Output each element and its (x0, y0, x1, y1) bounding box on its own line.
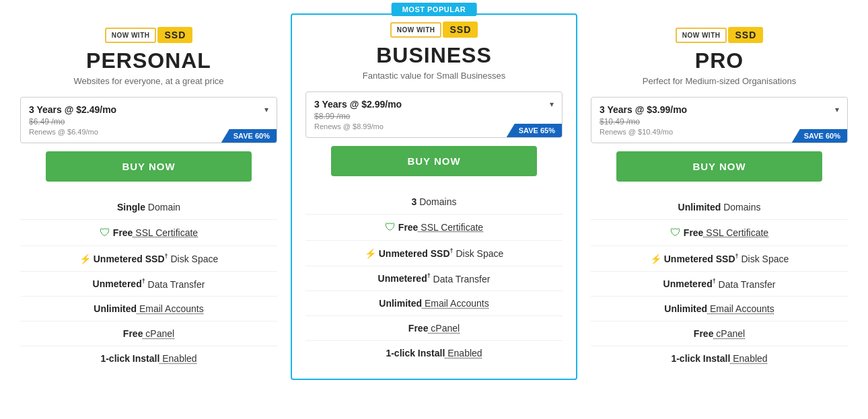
feature-item: 1-click Install Enabled (591, 346, 848, 371)
feature-bold: Unlimited (94, 303, 137, 314)
feature-item: Free cPanel (20, 321, 277, 346)
price-label: 3 Years @ $2.49/mo (29, 104, 116, 115)
feature-item: 3 Domains (305, 190, 563, 215)
save-badge: SAVE 60% (792, 129, 847, 143)
feature-normal: Email Accounts (422, 298, 489, 309)
feature-item: Unlimited Email Accounts (591, 297, 848, 321)
feature-item: ⚡Unmetered SSD† Disk Space (20, 246, 277, 272)
feature-normal: SSL Certificate (133, 227, 198, 238)
feature-bold: Free (694, 328, 714, 339)
feature-normal: Disk Space (454, 248, 504, 259)
plan-card-pro: NOW WITH SSD PRO Perfect for Medium-size… (577, 13, 861, 384)
dropdown-arrow-icon: ▾ (550, 100, 554, 109)
feature-normal: SSL Certificate (418, 222, 483, 233)
feature-normal: Domains (417, 196, 456, 207)
feature-item: Unmetered† Data Transfer (20, 272, 277, 297)
feature-normal: SSL Certificate (703, 227, 768, 238)
feature-bold: Free (113, 227, 133, 238)
ssd-box: SSD (443, 22, 478, 38)
feature-normal: Enabled (159, 353, 196, 364)
plan-tagline: Fantastic value for Small Businesses (305, 71, 563, 81)
feature-item: Single Domain (20, 195, 277, 220)
feature-item: Free cPanel (591, 321, 848, 346)
feature-item: Unlimited Domains (591, 195, 848, 220)
plan-card-personal: NOW WITH SSD PERSONAL Websites for every… (7, 13, 291, 384)
feature-bold: Free (684, 227, 704, 238)
ssd-badge-wrapper: NOW WITH SSD (305, 22, 563, 38)
buy-now-button[interactable]: BUY NOW (331, 146, 537, 176)
price-original: $10.49 /mo (600, 117, 839, 126)
feature-normal: Domain (145, 202, 180, 213)
feature-bold: Unmetered† (663, 278, 716, 289)
feature-normal: Data Transfer (145, 278, 205, 289)
feature-normal: Enabled (445, 348, 482, 358)
feature-bold: Unmetered† (93, 278, 145, 289)
price-original: $8.99 /mo (314, 112, 554, 121)
plan-card-business: MOST POPULAR NOW WITH SSD BUSINESS Fanta… (291, 13, 577, 380)
plan-tagline: Websites for everyone, at a great price (20, 76, 277, 86)
feature-bold: Unlimited (379, 298, 422, 309)
feature-normal: Enabled (730, 353, 767, 364)
feature-normal: Email Accounts (137, 303, 204, 314)
ssd-box: SSD (728, 27, 763, 43)
feature-bold: Unmetered SSD† (664, 254, 739, 264)
price-label: 3 Years @ $3.99/mo (600, 104, 687, 115)
feature-item: 🛡Free SSL Certificate (591, 220, 848, 246)
feature-item: Unlimited Email Accounts (305, 291, 563, 316)
buy-now-button[interactable]: BUY NOW (46, 151, 252, 182)
feature-bold: Single (117, 202, 145, 213)
save-badge: SAVE 60% (221, 129, 277, 143)
plan-name: PRO (591, 48, 848, 73)
feature-bold: Unmetered† (378, 273, 431, 284)
feature-bold: 1-click Install (100, 353, 159, 364)
ssl-shield-icon: 🛡 (100, 227, 110, 238)
save-badge: SAVE 65% (507, 124, 562, 137)
buy-now-button[interactable]: BUY NOW (616, 151, 822, 182)
dropdown-arrow-icon: ▾ (264, 105, 268, 114)
feature-item: Unmetered† Data Transfer (591, 272, 848, 297)
feature-normal: Email Accounts (707, 303, 774, 314)
feature-bold: Unmetered SSD† (379, 248, 454, 259)
now-with-label: NOW WITH (105, 28, 157, 43)
feature-normal: Disk Space (739, 254, 789, 264)
price-select[interactable]: 3 Years @ $2.99/mo ▾ $8.99 /mo Renews @ … (305, 91, 563, 138)
lightning-icon: ⚡ (650, 254, 661, 264)
most-popular-badge: MOST POPULAR (392, 3, 477, 16)
feature-bold: Unlimited (678, 202, 721, 213)
ssd-box: SSD (157, 27, 192, 43)
feature-item: 1-click Install Enabled (20, 346, 277, 371)
ssd-badge-wrapper: NOW WITH SSD (20, 27, 277, 43)
feature-normal: Data Transfer (431, 273, 491, 284)
plans-container: NOW WITH SSD PERSONAL Websites for every… (7, 13, 861, 384)
feature-normal: cPanel (143, 328, 174, 339)
feature-item: Unmetered† Data Transfer (305, 266, 563, 292)
feature-item: Unlimited Email Accounts (20, 297, 277, 321)
now-with-label: NOW WITH (390, 22, 442, 38)
feature-item: ⚡Unmetered SSD† Disk Space (591, 246, 848, 272)
feature-list: Single Domain🛡Free SSL Certificate⚡Unmet… (20, 195, 277, 371)
feature-bold: 1-click Install (671, 353, 730, 364)
plan-name: PERSONAL (20, 48, 277, 73)
ssl-shield-icon: 🛡 (670, 227, 681, 238)
lightning-icon: ⚡ (365, 248, 376, 259)
feature-item: 🛡Free SSL Certificate (20, 220, 277, 246)
feature-item: ⚡Unmetered SSD† Disk Space (305, 241, 563, 266)
feature-list: Unlimited Domains🛡Free SSL Certificate⚡U… (591, 195, 848, 371)
price-select[interactable]: 3 Years @ $3.99/mo ▾ $10.49 /mo Renews @… (591, 97, 848, 143)
lightning-icon: ⚡ (79, 254, 91, 264)
now-with-label: NOW WITH (676, 28, 727, 43)
feature-bold: 1-click Install (386, 348, 445, 358)
feature-normal: Domains (721, 202, 760, 213)
feature-item: 🛡Free SSL Certificate (305, 215, 563, 241)
feature-bold: Unlimited (664, 303, 707, 314)
feature-normal: Disk Space (168, 254, 219, 264)
feature-list: 3 Domains🛡Free SSL Certificate⚡Unmetered… (305, 190, 563, 365)
price-select[interactable]: 3 Years @ $2.49/mo ▾ $6.49 /mo Renews @ … (20, 97, 277, 143)
feature-bold: Free (123, 328, 143, 339)
feature-normal: Data Transfer (716, 278, 776, 289)
feature-normal: cPanel (428, 323, 460, 334)
ssl-shield-icon: 🛡 (385, 221, 396, 233)
feature-item: 1-click Install Enabled (305, 341, 563, 365)
ssd-badge-wrapper: NOW WITH SSD (591, 27, 848, 43)
price-original: $6.49 /mo (29, 117, 268, 126)
